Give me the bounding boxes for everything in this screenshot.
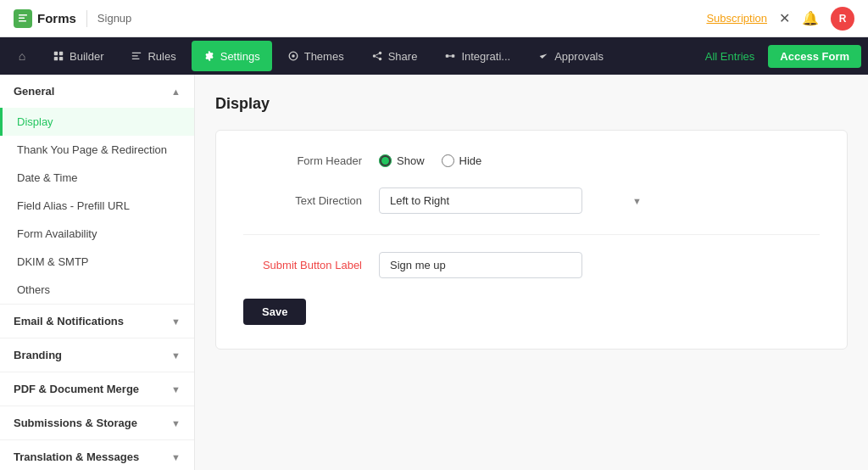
logo-text: Forms [37, 11, 76, 25]
access-form-btn[interactable]: Access Form [768, 45, 861, 68]
submit-button-input[interactable] [379, 252, 582, 278]
sidebar-translation-label: Translation & Messages [14, 450, 139, 463]
select-arrow-icon: ▼ [632, 196, 642, 206]
sidebar-item-thank-you[interactable]: Thank You Page & Redirection [0, 136, 194, 164]
svg-rect-6 [59, 57, 63, 60]
save-button[interactable]: Save [243, 299, 306, 325]
tools-icon-btn[interactable]: ✕ [779, 10, 790, 26]
nav-approvals-label: Approvals [554, 50, 604, 63]
nav-rules[interactable]: Rules [119, 41, 187, 71]
logo: Forms [14, 9, 76, 28]
sidebar-section-translation: Translation & Messages ▼ [0, 440, 194, 470]
sidebar-general-label: General [14, 85, 54, 98]
svg-rect-3 [54, 52, 58, 55]
hide-radio-option[interactable]: Hide [442, 154, 482, 167]
general-chevron-up: ▲ [171, 87, 181, 97]
subscription-link[interactable]: Subscription [706, 12, 767, 25]
submit-button-control [379, 252, 650, 278]
form-header-label: Form Header [243, 154, 379, 167]
sidebar-item-dkim-smtp[interactable]: DKIM & SMTP [0, 248, 194, 276]
hide-radio[interactable] [442, 154, 454, 167]
avatar[interactable]: R [831, 7, 854, 31]
sidebar-email-label: Email & Notifications [14, 315, 124, 327]
sidebar-translation-header[interactable]: Translation & Messages ▼ [0, 440, 194, 470]
sidebar-item-display[interactable]: Display [0, 108, 194, 136]
sidebar-section-general: General ▲ Display Thank You Page & Redir… [0, 75, 194, 305]
sidebar-submissions-header[interactable]: Submissions & Storage ▼ [0, 406, 194, 439]
svg-rect-8 [132, 55, 138, 56]
top-bar-left: Forms Signup [14, 9, 131, 28]
logo-icon [14, 9, 32, 28]
show-radio[interactable] [379, 154, 392, 167]
sidebar-email-header[interactable]: Email & Notifications ▼ [0, 305, 194, 338]
translation-chevron: ▼ [171, 452, 181, 462]
top-bar-right: Subscription ✕ 🔔 R [706, 7, 854, 31]
branding-chevron: ▼ [171, 350, 181, 361]
nav-builder[interactable]: Builder [41, 41, 115, 71]
sidebar-section-branding: Branding ▼ [0, 339, 194, 372]
form-header-row: Form Header Show Hide [243, 154, 820, 167]
nav-share-label: Share [388, 50, 418, 63]
svg-rect-1 [19, 17, 25, 19]
sidebar-pdf-header[interactable]: PDF & Document Merge ▼ [0, 372, 194, 406]
svg-rect-2 [19, 20, 26, 22]
svg-rect-7 [132, 53, 142, 53]
email-chevron: ▼ [171, 316, 181, 327]
page-title: Display [215, 95, 848, 113]
submissions-chevron: ▼ [171, 418, 181, 428]
svg-rect-19 [452, 54, 455, 58]
text-direction-row: Text Direction Left to Right Right to Le… [243, 187, 820, 214]
text-direction-select-wrapper: Left to Right Right to Left ▼ [379, 187, 650, 214]
sidebar-item-field-alias[interactable]: Field Alias - Prefill URL [0, 192, 194, 220]
nav-bar: ⌂ Builder Rules Settings Themes Share In… [0, 37, 868, 75]
form-divider [243, 234, 820, 235]
svg-point-13 [378, 52, 381, 55]
sidebar-item-form-availability[interactable]: Form Availability [0, 220, 194, 248]
text-direction-select[interactable]: Left to Right Right to Left [379, 187, 582, 214]
sidebar-section-email: Email & Notifications ▼ [0, 305, 194, 339]
svg-line-17 [376, 57, 379, 59]
sidebar-pdf-label: PDF & Document Merge [14, 383, 139, 395]
sidebar-general-header[interactable]: General ▲ [0, 75, 194, 108]
sidebar-branding-label: Branding [14, 349, 62, 361]
nav-themes[interactable]: Themes [275, 41, 356, 71]
logo-divider [86, 10, 87, 27]
text-direction-label: Text Direction [243, 194, 379, 207]
sidebar-item-others[interactable]: Others [0, 276, 194, 304]
sidebar: General ▲ Display Thank You Page & Redir… [0, 75, 195, 470]
nav-integrations-label: Integrati... [461, 50, 510, 63]
pdf-chevron: ▼ [171, 384, 181, 394]
content-area: Display Form Header Show Hide [195, 75, 868, 470]
nav-home-btn[interactable]: ⌂ [7, 41, 37, 71]
nav-settings[interactable]: Settings [192, 41, 272, 71]
svg-rect-4 [59, 52, 63, 55]
form-header-control: Show Hide [379, 154, 650, 167]
svg-point-14 [372, 54, 376, 58]
nav-rules-label: Rules [147, 50, 175, 63]
nav-integrations[interactable]: Integrati... [432, 41, 522, 71]
sidebar-branding-header[interactable]: Branding ▼ [0, 339, 194, 372]
nav-themes-label: Themes [304, 50, 344, 63]
bell-icon-btn[interactable]: 🔔 [802, 10, 819, 26]
svg-rect-18 [446, 54, 449, 58]
nav-share[interactable]: Share [359, 41, 430, 71]
sidebar-section-pdf: PDF & Document Merge ▼ [0, 372, 194, 406]
all-entries-btn[interactable]: All Entries [698, 50, 762, 63]
nav-right: All Entries Access Form [698, 45, 861, 68]
svg-rect-5 [54, 57, 58, 60]
sidebar-item-date-time[interactable]: Date & Time [0, 164, 194, 192]
svg-point-15 [378, 58, 381, 61]
submit-button-label: Submit Button Label [243, 259, 379, 271]
svg-point-12 [292, 54, 295, 58]
sidebar-section-submissions: Submissions & Storage ▼ [0, 406, 194, 440]
app-name: Signup [97, 12, 131, 25]
main-layout: General ▲ Display Thank You Page & Redir… [0, 75, 868, 470]
show-label: Show [397, 154, 425, 167]
nav-approvals[interactable]: Approvals [526, 41, 615, 71]
submit-button-label-row: Submit Button Label [243, 252, 820, 278]
svg-line-16 [376, 53, 379, 55]
display-card: Form Header Show Hide Text Direction [215, 130, 848, 350]
svg-rect-9 [132, 59, 140, 59]
save-row: Save [243, 299, 820, 325]
show-radio-option[interactable]: Show [379, 154, 425, 167]
